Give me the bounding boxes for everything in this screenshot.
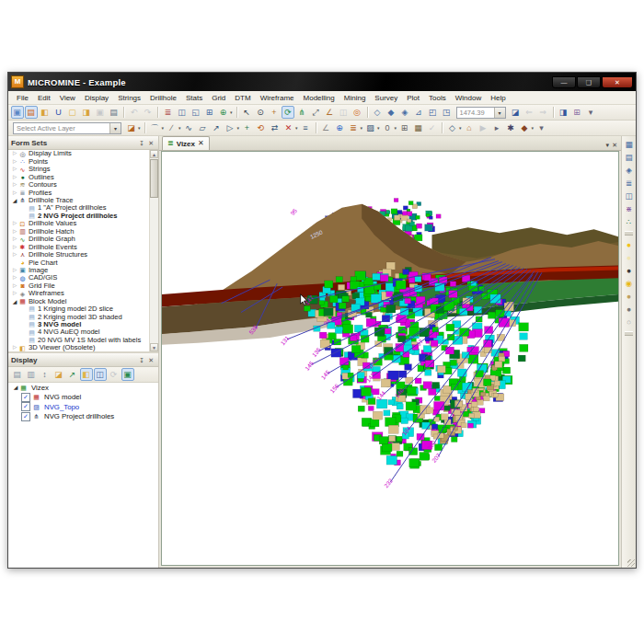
layer-checkbox[interactable]: ✓	[21, 393, 30, 402]
rt-layers-icon[interactable]: ≣	[623, 178, 635, 190]
close-icon[interactable]: ✕	[146, 357, 155, 363]
new-arrow-icon[interactable]: ↗	[210, 121, 223, 134]
cascade-windows-icon[interactable]: ◱	[190, 106, 202, 119]
form-sets-icon[interactable]: ▤	[25, 106, 38, 119]
menu-tools[interactable]: Tools	[424, 92, 451, 104]
tree-item[interactable]: ▷◧3D Viewer (Obsolete)	[8, 344, 158, 351]
view-north-icon[interactable]: ◆	[385, 106, 397, 119]
menu-file[interactable]: File	[12, 92, 33, 104]
dp-save-form-icon[interactable]: ◧	[80, 368, 93, 381]
menu-drillhole[interactable]: Drillhole	[145, 92, 181, 104]
display-root[interactable]: ◢▦Vizex	[8, 383, 158, 393]
snapshot-icon[interactable]: ◨	[557, 106, 569, 119]
rt-light-amber-icon[interactable]: ●	[623, 291, 635, 303]
menu-mining[interactable]: Mining	[339, 92, 371, 104]
rt-panel-icon[interactable]: ◫	[623, 190, 635, 202]
vizex-forms-icon[interactable]: ▣	[11, 106, 24, 119]
maximize-button[interactable]: ❑	[577, 76, 601, 88]
new-window-icon[interactable]: ◫	[176, 106, 189, 119]
tree-item[interactable]: ▷∿Strings	[8, 166, 158, 173]
tree-item[interactable]: ▤2 NVG Project drillholes	[8, 213, 158, 220]
rt-light-on-icon[interactable]: ●	[623, 239, 635, 251]
pin-icon[interactable]: ↧	[137, 357, 146, 363]
tree-item[interactable]: ▷≣Profiles	[8, 189, 158, 196]
dp-sort-icon[interactable]: ↕	[39, 368, 52, 381]
digitise-icon[interactable]: ∕▾	[166, 121, 178, 134]
attach-data-icon[interactable]: ⊕▾	[217, 106, 230, 119]
tree-expander-icon[interactable]: ▷	[11, 182, 18, 188]
cube-rotate-right-icon[interactable]: ◳	[440, 106, 453, 119]
layer-checkbox[interactable]: ✓	[21, 412, 30, 421]
chevron-down-icon[interactable]: ▾	[109, 123, 121, 133]
menu-stats[interactable]: Stats	[181, 92, 207, 104]
minimize-button[interactable]: —	[552, 76, 576, 88]
menu-view[interactable]: View	[55, 92, 80, 104]
tree-expander-icon[interactable]: ▷	[11, 236, 18, 242]
menu-dtm[interactable]: DTM	[230, 92, 255, 104]
display-layer-row[interactable]: ✓▨NVG_Topo	[8, 402, 158, 412]
tree-expander-icon[interactable]: ◢	[12, 385, 19, 390]
tab-scroll-icon[interactable]: ▾	[606, 142, 610, 148]
dp-apply-view-icon[interactable]: ◫	[94, 368, 107, 381]
pan-tool-icon[interactable]: +	[268, 106, 281, 119]
tree-item[interactable]: ▤2 Kriging model 3D shaded	[8, 313, 158, 320]
micromine-data-icon[interactable]: U	[52, 106, 65, 119]
tree-item[interactable]: ▷⋏Drillhole Structures	[8, 251, 158, 259]
cube-section-icon[interactable]: ◪	[509, 106, 522, 119]
view-iso-icon[interactable]: ⊿	[412, 106, 425, 119]
tree-item[interactable]: ▤4 NVG AuEQ model	[8, 328, 158, 336]
display-layer-row[interactable]: ✓▦NVG model	[8, 393, 158, 403]
rt-points-icon[interactable]: ∴	[623, 216, 635, 228]
copy-view-icon[interactable]: ◫	[337, 106, 350, 119]
menu-modelling[interactable]: Modelling	[299, 92, 339, 104]
tree-expander-icon[interactable]: ▷	[11, 229, 18, 235]
tree-item[interactable]: ▷▥Drillhole Hatch	[8, 227, 158, 235]
tree-expander-icon[interactable]: ◢	[11, 198, 18, 203]
menu-edit[interactable]: Edit	[33, 92, 55, 104]
tree-expander-icon[interactable]: ▷	[11, 275, 18, 281]
flag-point-icon[interactable]: ▸	[490, 121, 503, 134]
save-file-icon[interactable]: ▣	[94, 106, 107, 119]
tree-item[interactable]: ▤1 Kriging model 2D slice	[8, 305, 158, 313]
view-east-icon[interactable]: ◈	[398, 106, 411, 119]
close-button[interactable]: ✕	[602, 76, 633, 88]
tree-expander-icon[interactable]: ▷	[11, 175, 18, 180]
play-macro-icon[interactable]: ▶	[477, 121, 489, 134]
vizex-viewport[interactable]: 1479496135145145156102014114414618420020…	[161, 151, 619, 566]
home-view-icon[interactable]: ⌂	[463, 121, 476, 134]
tree-expander-icon[interactable]: ▷	[11, 245, 18, 250]
rt-light-disabled-icon[interactable]: ○	[623, 316, 635, 328]
edit-layer-icon[interactable]: ◪▾	[125, 121, 138, 134]
toolbar-overflow-icon[interactable]: ▾	[584, 106, 597, 119]
tree-item[interactable]: ▷▣Image	[8, 267, 158, 274]
tree-expander-icon[interactable]: ▷	[11, 159, 18, 165]
rt-light-glow-icon[interactable]: ◉	[623, 278, 635, 290]
tree-expander-icon[interactable]: ◢	[11, 299, 18, 305]
tree-item[interactable]: ▷◍CAD/GIS	[8, 274, 158, 282]
tree-item[interactable]: ▤3 NVG model	[8, 321, 158, 328]
tree-item[interactable]: ▷◈Wireframes	[8, 290, 158, 297]
select-tool-icon[interactable]: ↖	[240, 106, 253, 119]
orbit-tool-icon[interactable]: ⟳	[282, 106, 294, 119]
menu-survey[interactable]: Survey	[370, 92, 402, 104]
menu-window[interactable]: Window	[451, 92, 486, 104]
tree-expander-icon[interactable]: ▷	[11, 190, 18, 196]
chevron-down-icon[interactable]: ▾	[494, 108, 505, 118]
layer-checkbox[interactable]: ✓	[21, 402, 30, 411]
rt-axes-icon[interactable]: ⋇	[623, 203, 635, 215]
string-properties-icon[interactable]: ≡	[299, 121, 312, 134]
world-coords-icon[interactable]: ⊕	[333, 121, 346, 134]
dp-link-form-icon[interactable]: ↗	[66, 368, 79, 381]
tab-vizex[interactable]: ≣ Vizex ✕	[162, 136, 210, 150]
tree-item[interactable]: ▷⊡Drillhole Values	[8, 220, 158, 227]
hatch-fill-icon[interactable]: ▨▾	[364, 121, 377, 134]
tree-item[interactable]: ▷●Outlines	[8, 173, 158, 180]
new-polygon-icon[interactable]: ▱	[196, 121, 209, 134]
view-plan-icon[interactable]: ◇	[371, 106, 384, 119]
tree-expander-icon[interactable]: ▷	[11, 221, 18, 226]
toolbar2-overflow-icon[interactable]: ▾	[535, 121, 548, 134]
menu-display[interactable]: Display	[80, 92, 113, 104]
calculator-icon[interactable]: ⊞	[398, 121, 411, 134]
undo-icon[interactable]: ↶	[128, 106, 141, 119]
select-node-icon[interactable]: ▷▾	[224, 121, 236, 134]
